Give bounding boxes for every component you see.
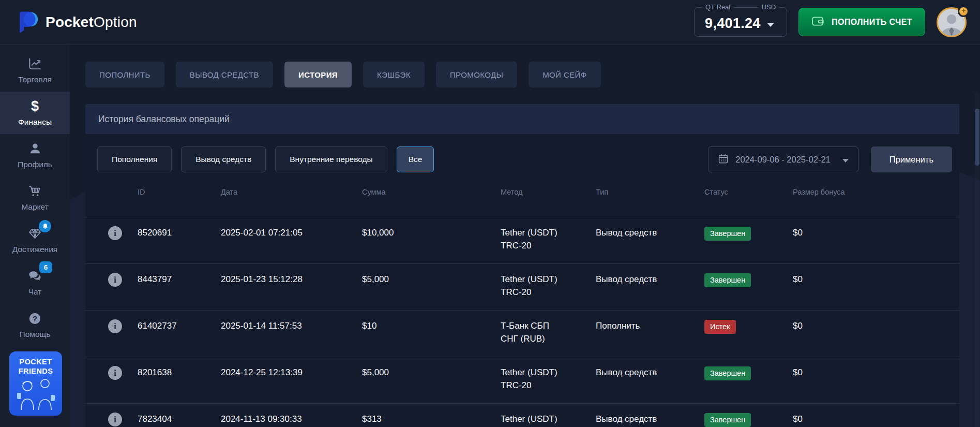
cell-type: Вывод средств xyxy=(596,366,704,379)
sidebar-item-achievements[interactable]: Достижения xyxy=(0,219,70,261)
info-icon[interactable]: i xyxy=(108,273,122,287)
tab-safe[interactable]: МОЙ СЕЙФ xyxy=(529,62,600,87)
operation-filters: ПополненияВывод средствВнутренние перево… xyxy=(97,146,434,172)
info-icon[interactable]: i xyxy=(108,319,122,333)
status-badge: Завершен xyxy=(704,227,751,241)
scrollbar[interactable] xyxy=(975,92,979,427)
filter-transfers[interactable]: Внутренние переводы xyxy=(275,146,387,172)
status-badge: Завершен xyxy=(704,366,751,380)
svg-text:?: ? xyxy=(33,314,37,322)
table-header-row: IDДатаСуммаМетодТипСтатусРазмер бонуса xyxy=(85,188,959,196)
cell-amount: $10 xyxy=(362,319,501,332)
cell-type: Вывод средств xyxy=(596,226,704,239)
logo[interactable]: PocketOption xyxy=(16,9,137,35)
sidebar-item-label: Достижения xyxy=(12,245,57,254)
filter-deposits[interactable]: Пополнения xyxy=(97,146,172,172)
history-panel: История балансовых операций ПополненияВы… xyxy=(85,104,959,427)
column-header: Дата xyxy=(221,188,362,196)
sidebar-item-trading[interactable]: Торговля xyxy=(0,49,70,92)
cell-amount: $5,000 xyxy=(362,366,501,379)
chart-icon xyxy=(28,56,42,71)
filter-all[interactable]: Все xyxy=(397,146,434,172)
cell-info: i xyxy=(85,226,138,240)
column-header-spacer xyxy=(85,188,138,196)
table-row: i614027372025-01-14 11:57:53$10Т-Банк СБ… xyxy=(85,310,959,357)
top-header: PocketOption QT Real USD 9,401.24 ПОПОЛН… xyxy=(0,0,980,45)
cell-date: 2025-01-23 15:12:28 xyxy=(221,273,362,286)
avatar[interactable] xyxy=(937,7,967,37)
cell-status: Истек xyxy=(704,319,793,334)
tab-cashback[interactable]: КЭШБЭК xyxy=(363,62,425,87)
account-balance-selector[interactable]: QT Real USD 9,401.24 xyxy=(694,7,787,37)
cell-status: Завершен xyxy=(704,413,793,427)
tab-promocodes[interactable]: ПРОМОКОДЫ xyxy=(436,62,517,87)
date-range-picker[interactable]: 2024-09-06 - 2025-02-21 xyxy=(708,146,858,172)
table-row: i85206912025-02-01 07:21:05$10,000Tether… xyxy=(85,217,959,263)
table-row: i84437972025-01-23 15:12:28$5,000Tether … xyxy=(85,263,959,310)
cell-info: i xyxy=(85,319,138,333)
info-icon[interactable]: i xyxy=(108,366,122,380)
sidebar: Торговля$ФинансыПрофильМаркетДостижения6… xyxy=(0,45,70,427)
filter-withdrawals[interactable]: Вывод средств xyxy=(181,146,266,172)
scrollbar-thumb[interactable] xyxy=(975,109,979,166)
cart-icon xyxy=(28,184,42,198)
cell-method: Т-Банк СБПСНГ (RUB) xyxy=(501,319,596,345)
account-type-label: QT Real xyxy=(702,3,734,11)
column-header: Статус xyxy=(704,188,793,196)
tab-withdrawal[interactable]: ВЫВОД СРЕДСТВ xyxy=(176,62,273,87)
notification-count-badge: 6 xyxy=(39,261,52,273)
sidebar-item-market[interactable]: Маркет xyxy=(0,176,70,219)
cell-info: i xyxy=(85,366,138,380)
tab-history[interactable]: ИСТОРИЯ xyxy=(284,62,352,87)
sidebar-item-label: Торговля xyxy=(18,75,52,84)
column-header: ID xyxy=(138,188,221,196)
cell-info: i xyxy=(85,413,138,426)
cell-date: 2024-12-25 12:13:39 xyxy=(221,366,362,379)
table-row: i78234042024-11-13 09:30:33$313Tether (U… xyxy=(85,403,959,427)
cell-method: Tether (USDT)TRC-20 xyxy=(501,366,596,392)
cell-id: 8520691 xyxy=(138,226,221,239)
sidebar-item-finances[interactable]: $Финансы xyxy=(0,92,70,134)
status-badge: Завершен xyxy=(704,413,751,427)
deposit-button[interactable]: ПОПОЛНИТЬ СЧЕТ xyxy=(798,8,925,36)
main-content: ПОПОЛНИТЬВЫВОД СРЕДСТВИСТОРИЯКЭШБЭКПРОМО… xyxy=(70,45,980,427)
cell-status: Завершен xyxy=(704,366,793,380)
cell-type: Пополнить xyxy=(596,319,704,332)
status-badge: Завершен xyxy=(704,273,751,287)
svg-text:$: $ xyxy=(31,99,39,113)
cell-id: 8201638 xyxy=(138,366,221,379)
tab-deposit[interactable]: ПОПОЛНИТЬ xyxy=(85,62,164,87)
column-header: Тип xyxy=(596,188,704,196)
cell-status: Завершен xyxy=(704,273,793,287)
question-icon: ? xyxy=(28,311,42,326)
pocket-friends-illustration xyxy=(9,377,62,416)
info-icon[interactable]: i xyxy=(108,226,122,240)
filter-row: ПополненияВывод средствВнутренние перево… xyxy=(85,146,959,172)
sidebar-item-profile[interactable]: Профиль xyxy=(0,134,70,176)
wallet-icon xyxy=(811,14,825,30)
panel-title: История балансовых операций xyxy=(85,104,959,134)
column-header: Сумма xyxy=(362,188,501,196)
chat-icon: 6 xyxy=(28,269,42,283)
info-icon[interactable]: i xyxy=(108,413,122,426)
sidebar-item-label: Маркет xyxy=(21,202,49,212)
pocket-friends-banner[interactable]: POCKETFRIENDS xyxy=(9,351,62,416)
deposit-button-label: ПОПОЛНИТЬ СЧЕТ xyxy=(832,18,912,27)
cell-method: Tether (USDT)TRC-20 xyxy=(501,273,596,299)
pocketoption-logo-icon xyxy=(16,9,39,35)
finance-tabs: ПОПОЛНИТЬВЫВОД СРЕДСТВИСТОРИЯКЭШБЭКПРОМО… xyxy=(85,62,980,87)
cell-type: Вывод средств xyxy=(596,413,704,425)
apply-button[interactable]: Применить xyxy=(871,146,952,172)
chevron-down-icon xyxy=(842,159,849,163)
column-header: Метод xyxy=(501,188,596,196)
cell-bonus: $0 xyxy=(793,319,959,332)
balance-amount: 9,401.24 xyxy=(705,16,761,32)
app-root: PocketOption QT Real USD 9,401.24 ПОПОЛН… xyxy=(0,0,980,427)
cell-id: 8443797 xyxy=(138,273,221,286)
cell-info: i xyxy=(85,273,138,287)
table-row: i82016382024-12-25 12:13:39$5,000Tether … xyxy=(85,357,959,403)
cell-id: 61402737 xyxy=(138,319,221,332)
cell-amount: $10,000 xyxy=(362,226,501,239)
sidebar-item-chat[interactable]: 6Чат xyxy=(0,261,70,304)
sidebar-item-help[interactable]: ?Помощь xyxy=(0,304,70,346)
